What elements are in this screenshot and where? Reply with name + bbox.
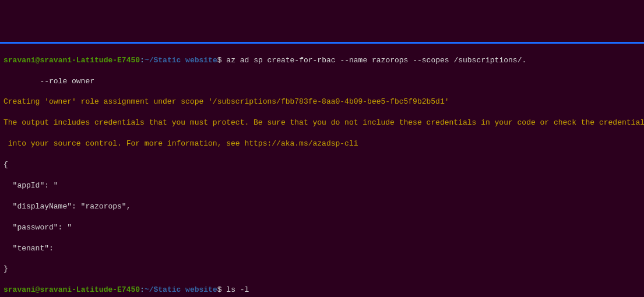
prompt-sep: : (140, 285, 145, 294)
prompt-path: /Static website (149, 56, 217, 65)
warning-line-2: The output includes credentials that you… (3, 118, 641, 128)
prompt-host: sravani-Latitude-E7450 (40, 56, 140, 65)
prompt-path-prefix: ~ (145, 285, 149, 294)
command-2-text[interactable]: ls -l (226, 285, 249, 294)
warning-line-3: into your source control. For more infor… (3, 139, 641, 149)
json1-appid: "appId": " (3, 181, 641, 191)
prompt-user: sravani (3, 56, 36, 65)
prompt-line-2: sravani@sravani-Latitude-E7450:~/Static … (3, 285, 641, 295)
warning-line-1: Creating 'owner' role assignment under s… (3, 97, 641, 107)
prompt-host: sravani-Latitude-E7450 (40, 285, 140, 294)
json1-tenant: "tenant": (3, 243, 641, 254)
prompt-line-1: sravani@sravani-Latitude-E7450:~/Static … (3, 55, 641, 66)
prompt-user: sravani (3, 285, 36, 294)
prompt-path: /Static website (149, 285, 217, 294)
json1-password: "password": " (3, 222, 641, 233)
json1-close-brace: } (3, 264, 641, 274)
command-1-text[interactable]: az ad sp create-for-rbac --name razorops… (226, 56, 526, 65)
prompt-dollar: $ (217, 56, 222, 65)
json1-displayname: "displayName": "razorops", (3, 201, 641, 212)
window-tab-bar (0, 42, 644, 44)
prompt-path-prefix: ~ (145, 56, 149, 65)
prompt-sep: : (140, 56, 145, 65)
json1-open-brace: { (3, 160, 641, 170)
command-1-continuation[interactable]: --role owner (3, 76, 641, 87)
prompt-dollar: $ (217, 285, 222, 294)
